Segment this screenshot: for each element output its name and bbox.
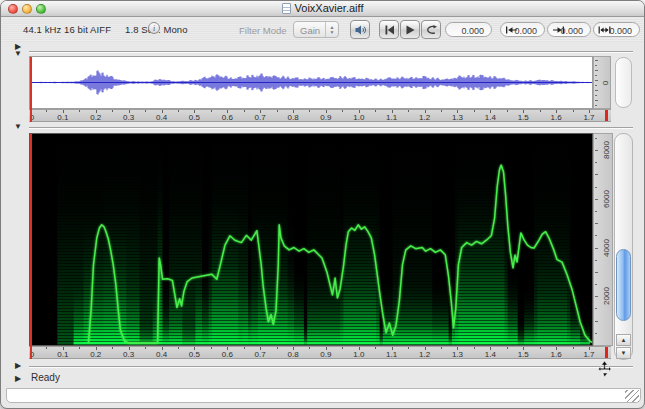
time-tick-label: 0.4 xyxy=(156,350,167,359)
time-tick xyxy=(244,347,245,349)
time-tick-label: 0.9 xyxy=(320,113,331,122)
amplitude-tick xyxy=(595,105,597,106)
waveform-time-axis[interactable]: 00.10.20.30.40.50.60.70.80.91.01.11.21.3… xyxy=(29,109,611,122)
speaker-icon xyxy=(354,24,367,36)
time-tick-label: 1.4 xyxy=(485,350,496,359)
waveform-panel[interactable] xyxy=(29,56,593,109)
app-window: VoixXavier.aiff 44.1 kHz 16 bit AIFF1.8 … xyxy=(0,0,645,409)
frequency-tick xyxy=(595,248,598,249)
frequency-tick xyxy=(595,333,597,334)
frequency-tick xyxy=(595,162,597,163)
time-tick-label: 0.1 xyxy=(57,350,68,359)
frequency-tick xyxy=(595,296,598,297)
frequency-tick xyxy=(595,187,597,188)
waveform-panel-disclosure[interactable]: ▼ xyxy=(14,49,22,58)
rewind-to-start-button[interactable] xyxy=(379,20,399,39)
time-tick-label: 0.7 xyxy=(255,113,266,122)
amplitude-tick xyxy=(595,60,598,61)
time-tick-label: 1.7 xyxy=(583,113,594,122)
spectrogram-panel-disclosure[interactable]: ▼ xyxy=(14,122,22,131)
axis-end-marker xyxy=(605,347,608,358)
time-tick xyxy=(474,347,475,349)
time-tick-label: 1.1 xyxy=(386,113,397,122)
time-tick-label: 1.7 xyxy=(583,350,594,359)
selection-end-value: 0.000 xyxy=(560,26,583,36)
filter-mode-label: Filter Mode xyxy=(239,25,287,36)
amplitude-tick xyxy=(595,95,597,96)
time-tick xyxy=(342,347,343,349)
frequency-tick xyxy=(595,284,597,285)
loop-button[interactable] xyxy=(421,20,441,39)
amplitude-tick xyxy=(595,90,598,91)
time-display-value: 0.000 xyxy=(461,26,484,36)
frequency-tick xyxy=(595,272,598,273)
toolbar: 44.1 kHz 16 bit AIFF1.8 Sec. Mono i Filt… xyxy=(1,18,644,42)
spectrogram-scrollbar[interactable]: ▲ ▼ xyxy=(614,133,633,360)
spectrogram-time-axis[interactable]: 00.10.20.30.40.50.60.70.80.91.01.11.21.3… xyxy=(29,346,611,359)
amplitude-ruler: 0 xyxy=(593,56,611,109)
time-tick xyxy=(178,347,179,349)
filter-mode-popup[interactable]: Gain ▲ ▼ xyxy=(293,21,339,38)
time-tick xyxy=(507,110,508,112)
bottom-panel-disclosure[interactable]: ▶ xyxy=(15,361,21,370)
spectrogram-panel[interactable] xyxy=(29,133,593,346)
time-tick-label: 1.2 xyxy=(419,350,430,359)
time-tick xyxy=(145,347,146,349)
waveform-plot xyxy=(30,57,592,108)
amplitude-tick xyxy=(595,100,598,101)
selection-start-value: 0.000 xyxy=(514,26,537,36)
selection-length-field[interactable]: 0.000 xyxy=(593,22,640,37)
frequency-tick-label: 6000 xyxy=(602,190,611,208)
status-disclosure[interactable]: ▶ xyxy=(15,374,21,383)
scroll-down-button[interactable]: ▼ xyxy=(616,347,631,359)
selection-end-field[interactable]: 0.000 xyxy=(547,22,591,37)
info-icon[interactable]: i xyxy=(148,22,160,34)
time-tick xyxy=(474,110,475,112)
waveform-playhead-cursor[interactable] xyxy=(30,57,32,122)
amplitude-tick xyxy=(595,65,597,66)
frequency-tick xyxy=(595,150,598,151)
axis-end-marker xyxy=(605,110,608,121)
time-tick xyxy=(540,347,541,349)
spectrogram-playhead-cursor[interactable] xyxy=(30,134,32,359)
document-icon xyxy=(282,3,291,14)
frequency-tick-label: 2000 xyxy=(602,287,611,305)
bottom-panel-divider[interactable] xyxy=(29,366,633,368)
time-tick xyxy=(244,110,245,112)
time-tick xyxy=(79,110,80,112)
scrollbar-thumb[interactable] xyxy=(616,249,631,321)
speaker-button[interactable] xyxy=(350,20,370,39)
play-button[interactable] xyxy=(400,20,420,39)
time-tick xyxy=(277,110,278,112)
time-tick-label: 1.6 xyxy=(551,350,562,359)
play-icon xyxy=(405,25,415,35)
window-title-text: VoixXavier.aiff xyxy=(295,2,364,14)
filter-mode-value: Gain xyxy=(300,25,320,36)
resize-grip[interactable] xyxy=(625,390,639,402)
time-display-field[interactable]: 0.000 xyxy=(445,22,492,37)
time-tick-label: 0.2 xyxy=(90,350,101,359)
waveform-scrollbar-track[interactable] xyxy=(615,57,632,108)
title-bar[interactable]: VoixXavier.aiff xyxy=(1,1,644,17)
time-tick xyxy=(211,110,212,112)
time-tick-label: 1.0 xyxy=(353,113,364,122)
spectrogram-panel-divider[interactable] xyxy=(29,127,633,129)
amplitude-zero-label: 0 xyxy=(601,81,610,85)
waveform-panel-divider[interactable] xyxy=(29,51,633,53)
time-tick-label: 1.3 xyxy=(452,350,463,359)
time-tick xyxy=(211,347,212,349)
frequency-tick xyxy=(595,138,597,139)
frequency-tick-label: 4000 xyxy=(602,239,611,257)
file-info-format: 44.1 kHz 16 bit AIFF xyxy=(23,24,111,35)
time-tick-label: 1.4 xyxy=(485,113,496,122)
file-info: 44.1 kHz 16 bit AIFF1.8 Sec. Mono xyxy=(23,24,188,35)
loop-icon xyxy=(425,25,438,35)
time-tick xyxy=(178,110,179,112)
scroll-up-button[interactable]: ▲ xyxy=(616,334,631,346)
time-tick xyxy=(309,110,310,112)
time-tick xyxy=(375,347,376,349)
time-tick-label: 0.5 xyxy=(189,350,200,359)
time-tick xyxy=(507,347,508,349)
time-tick-label: 0.8 xyxy=(287,113,298,122)
selection-start-field[interactable]: 0.000 xyxy=(500,22,545,37)
